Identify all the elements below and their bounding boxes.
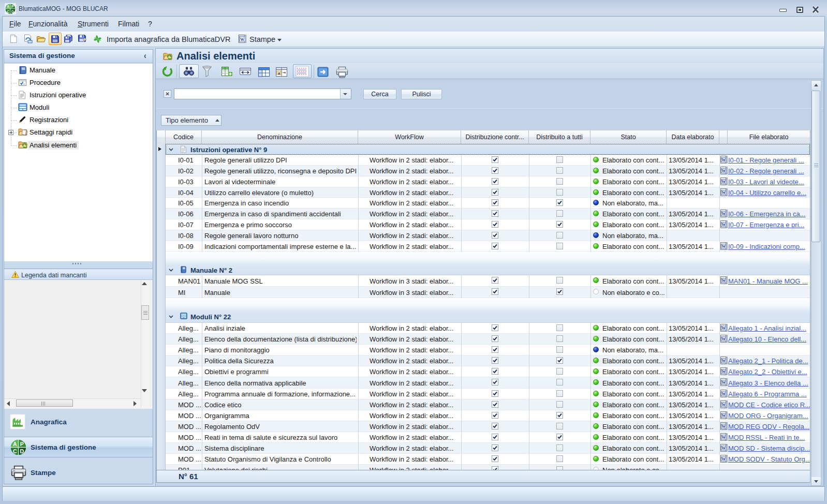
svg-text:D: D [11, 10, 14, 13]
svg-text:W: W [721, 359, 726, 363]
svg-text:a: a [278, 71, 280, 76]
svg-text:W: W [721, 278, 726, 283]
svg-text:W: W [721, 244, 726, 249]
svg-text:W: W [721, 190, 726, 195]
svg-text:C: C [13, 448, 17, 454]
svg-text:W: W [721, 212, 726, 216]
svg-text:W: W [721, 392, 726, 396]
svg-text:P: P [20, 441, 24, 447]
svg-text:W: W [721, 180, 726, 184]
svg-text:W: W [721, 169, 726, 173]
svg-text:W: W [721, 158, 726, 162]
svg-text:W: W [721, 369, 726, 374]
svg-text:W: W [721, 446, 726, 451]
svg-text:W: W [721, 413, 726, 418]
svg-text:A: A [7, 5, 9, 8]
svg-text:W: W [721, 380, 726, 385]
svg-text:D: D [20, 448, 24, 454]
svg-text:W: W [721, 457, 726, 462]
svg-text:P: P [11, 5, 14, 8]
svg-text:W: W [721, 337, 726, 342]
svg-text:A: A [13, 441, 17, 447]
svg-text:W: W [721, 326, 726, 331]
svg-text:W: W [721, 424, 726, 429]
svg-text:W: W [240, 37, 245, 42]
svg-text:C: C [7, 10, 9, 13]
svg-text:W: W [721, 223, 726, 227]
svg-text:W: W [721, 403, 726, 407]
svg-text:W: W [721, 435, 726, 440]
